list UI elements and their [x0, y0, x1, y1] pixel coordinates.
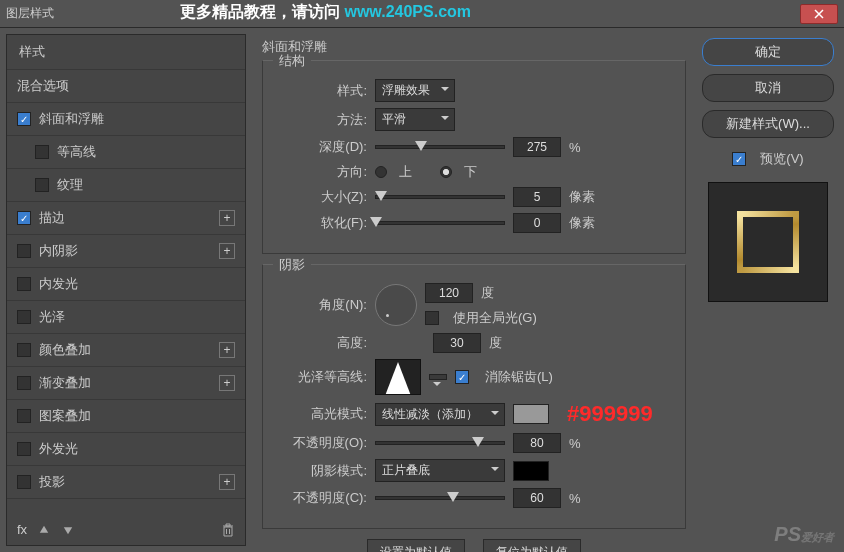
sidebar-item-label: 描边 [39, 209, 65, 227]
add-effect-icon[interactable]: + [219, 243, 235, 259]
sidebar-item-blend-options[interactable]: 混合选项 [7, 70, 245, 103]
sidebar-item-5[interactable]: 内发光 [7, 268, 245, 301]
sidebar-item-label: 外发光 [39, 440, 78, 458]
depth-slider[interactable] [375, 145, 505, 149]
set-default-button[interactable]: 设置为默认值 [367, 539, 465, 552]
style-checkbox[interactable] [17, 343, 31, 357]
sidebar-item-label: 混合选项 [17, 77, 69, 95]
style-checkbox[interactable] [17, 409, 31, 423]
depth-input[interactable] [513, 137, 561, 157]
watermark: PS爱好者 [774, 523, 834, 546]
altitude-input[interactable] [433, 333, 481, 353]
highlight-opacity-input[interactable] [513, 433, 561, 453]
content-panel: 斜面和浮雕 结构 样式: 浮雕效果 方法: 平滑 深度(D): % 方向: 上 [246, 28, 702, 552]
direction-label: 方向: [277, 163, 367, 181]
panel-title: 斜面和浮雕 [262, 38, 686, 56]
style-checkbox[interactable] [17, 244, 31, 258]
annotation-highlight-color: #999999 [567, 401, 653, 427]
sidebar-item-2[interactable]: 纹理 [7, 169, 245, 202]
altitude-label: 高度: [277, 334, 367, 352]
cancel-button[interactable]: 取消 [702, 74, 834, 102]
style-checkbox[interactable] [17, 475, 31, 489]
style-checkbox[interactable] [17, 211, 31, 225]
sidebar-item-4[interactable]: 内阴影+ [7, 235, 245, 268]
sidebar-item-1[interactable]: 等高线 [7, 136, 245, 169]
sidebar-item-3[interactable]: 描边+ [7, 202, 245, 235]
size-slider[interactable] [375, 195, 505, 199]
size-input[interactable] [513, 187, 561, 207]
antialias-checkbox[interactable] [455, 370, 469, 384]
sidebar-item-label: 内发光 [39, 275, 78, 293]
style-checkbox[interactable] [35, 145, 49, 159]
style-select[interactable]: 浮雕效果 [375, 79, 455, 102]
technique-select[interactable]: 平滑 [375, 108, 455, 131]
sidebar-item-label: 等高线 [57, 143, 96, 161]
highlight-color-swatch[interactable] [513, 404, 549, 424]
right-column: 确定 取消 新建样式(W)... 预览(V) [702, 28, 844, 552]
size-label: 大小(Z): [277, 188, 367, 206]
preview-frame [737, 211, 799, 273]
shadow-mode-select[interactable]: 正片叠底 [375, 459, 505, 482]
direction-up-radio[interactable] [375, 166, 387, 178]
reset-default-button[interactable]: 复位为默认值 [483, 539, 581, 552]
sidebar-item-0[interactable]: 斜面和浮雕 [7, 103, 245, 136]
style-checkbox[interactable] [17, 310, 31, 324]
sidebar-item-6[interactable]: 光泽 [7, 301, 245, 334]
sidebar-item-8[interactable]: 渐变叠加+ [7, 367, 245, 400]
soften-slider[interactable] [375, 221, 505, 225]
sidebar-header: 样式 [7, 35, 245, 70]
angle-label: 角度(N): [277, 296, 367, 314]
sidebar-item-label: 投影 [39, 473, 65, 491]
preview-box [708, 182, 828, 302]
shadow-opacity-slider[interactable] [375, 496, 505, 500]
highlight-opacity-slider[interactable] [375, 441, 505, 445]
sidebar-item-9[interactable]: 图案叠加 [7, 400, 245, 433]
banner: 更多精品教程，请访问 www.240PS.com [180, 2, 471, 23]
close-icon [814, 9, 824, 19]
sidebar-item-label: 图案叠加 [39, 407, 91, 425]
style-checkbox[interactable] [35, 178, 49, 192]
structure-fieldset: 结构 样式: 浮雕效果 方法: 平滑 深度(D): % 方向: 上 下 [262, 60, 686, 254]
gloss-contour-dropdown[interactable] [429, 374, 447, 380]
shadow-mode-label: 阴影模式: [277, 462, 367, 480]
add-effect-icon[interactable]: + [219, 474, 235, 490]
sidebar-item-11[interactable]: 投影+ [7, 466, 245, 499]
angle-dial[interactable] [375, 284, 417, 326]
technique-label: 方法: [277, 111, 367, 129]
preview-checkbox[interactable] [732, 152, 746, 166]
shadow-opacity-input[interactable] [513, 488, 561, 508]
style-checkbox[interactable] [17, 112, 31, 126]
style-checkbox[interactable] [17, 442, 31, 456]
direction-down-radio[interactable] [440, 166, 452, 178]
trash-icon[interactable] [221, 523, 235, 537]
add-effect-icon[interactable]: + [219, 342, 235, 358]
shading-fieldset: 阴影 角度(N): 度 使用全局光(G) 高度: [262, 264, 686, 529]
angle-input[interactable] [425, 283, 473, 303]
new-style-button[interactable]: 新建样式(W)... [702, 110, 834, 138]
style-checkbox[interactable] [17, 277, 31, 291]
arrow-up-icon[interactable] [37, 523, 51, 537]
highlight-mode-select[interactable]: 线性减淡（添加） [375, 403, 505, 426]
add-effect-icon[interactable]: + [219, 375, 235, 391]
soften-input[interactable] [513, 213, 561, 233]
sidebar-item-7[interactable]: 颜色叠加+ [7, 334, 245, 367]
gloss-contour-picker[interactable] [375, 359, 421, 395]
depth-label: 深度(D): [277, 138, 367, 156]
sidebar-footer: fx [7, 514, 245, 545]
sidebar-item-label: 内阴影 [39, 242, 78, 260]
add-effect-icon[interactable]: + [219, 210, 235, 226]
style-checkbox[interactable] [17, 376, 31, 390]
sidebar-item-label: 颜色叠加 [39, 341, 91, 359]
shading-legend: 阴影 [273, 256, 311, 274]
close-button[interactable] [800, 4, 838, 24]
shadow-color-swatch[interactable] [513, 461, 549, 481]
sidebar-item-label: 纹理 [57, 176, 83, 194]
sidebar-item-10[interactable]: 外发光 [7, 433, 245, 466]
arrow-down-icon[interactable] [61, 523, 75, 537]
sidebar-item-label: 斜面和浮雕 [39, 110, 104, 128]
global-light-checkbox[interactable] [425, 311, 439, 325]
sidebar-item-label: 光泽 [39, 308, 65, 326]
highlight-opacity-label: 不透明度(O): [277, 434, 367, 452]
fx-menu[interactable]: fx [17, 522, 27, 537]
ok-button[interactable]: 确定 [702, 38, 834, 66]
